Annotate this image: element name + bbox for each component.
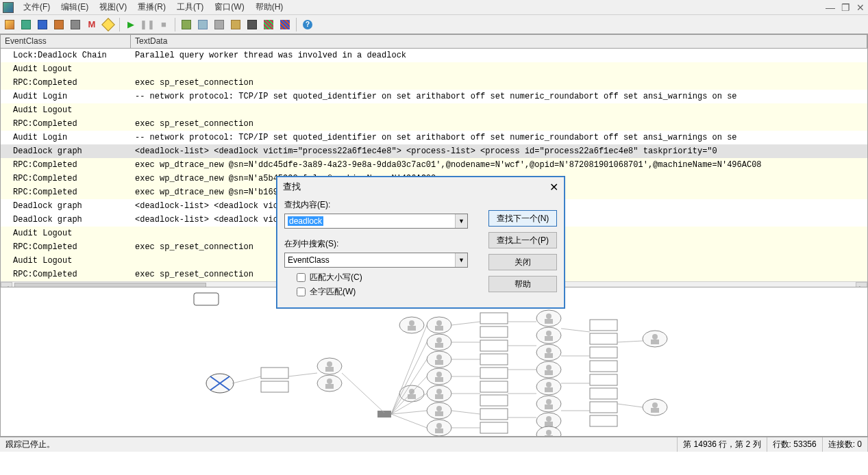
menubar: 文件(F) 编辑(E) 视图(V) 重播(R) 工具(T) 窗口(W) 帮助(H… [0,0,868,15]
column-label: 在列中搜索(S): [284,238,476,250]
svg-rect-8 [377,411,391,418]
menu-tools[interactable]: 工具(T) [171,0,209,14]
table-row[interactable]: RPC:Completedexec sp_reset_connection [1,117,867,131]
menu-view[interactable]: 视图(V) [94,0,132,14]
cell-eventclass: Deadlock graph [1,214,131,225]
table-row[interactable]: Audit Logout [1,62,867,76]
tb-icon-5[interactable] [245,18,259,31]
separator [175,18,175,31]
cell-textdata: exec sp_reset_connection [131,118,867,129]
whole-word-checkbox[interactable] [297,287,306,296]
cell-eventclass: RPC:Completed [1,118,131,129]
cell-textdata: -- network protocol: TCP/IP set quoted_i… [131,132,867,143]
svg-line-36 [617,404,643,407]
svg-line-31 [561,329,590,332]
cell-eventclass: Deadlock graph [1,201,131,211]
tb-folder-icon[interactable] [52,18,66,31]
dropdown-icon[interactable]: ▼ [455,253,467,267]
cell-textdata: -- network protocol: TCP/IP set quoted_i… [131,91,867,102]
match-case-checkbox[interactable] [297,273,306,282]
scroll-left-icon[interactable]: ◄ [1,282,12,287]
tb-play-icon[interactable]: ▶ [124,18,138,31]
cell-eventclass: RPC:Completed [1,242,131,253]
table-row[interactable]: Deadlock graph<deadlock-list> <deadlock … [1,144,867,158]
close-button[interactable]: 关闭 [488,254,557,270]
cell-eventclass: RPC:Completed [1,77,131,88]
cell-eventclass: RPC:Completed [1,187,131,198]
tb-new-icon[interactable] [3,18,16,31]
tb-icon-4[interactable] [229,18,243,31]
status-conn: 连接数: 0 [823,437,868,452]
cell-eventclass: RPC:Completed [1,269,131,280]
grid-header: EventClass TextData [1,35,867,49]
svg-line-13 [391,342,427,414]
find-dialog: 查找 ✕ 查找内容(E): deadlock ▼ 在列中搜索(S): Event… [277,177,565,308]
tb-highlight-icon[interactable] [101,18,115,31]
match-case-label: 匹配大小写(C) [310,272,362,283]
tb-filter-icon[interactable]: M [85,18,99,31]
whole-word-label: 全字匹配(W) [310,286,356,298]
statusbar: 跟踪已停止。 第 14936 行，第 2 列 行数: 53356 连接数: 0 [0,437,868,452]
tb-icon-7[interactable] [278,18,292,31]
menu-file[interactable]: 文件(F) [18,0,55,14]
cell-eventclass: Deadlock graph [1,146,131,157]
match-case-check[interactable]: 匹配大小写(C) [297,272,476,283]
column-select[interactable]: EventClass ▼ [284,253,468,268]
minimize-icon[interactable]: — [823,1,838,14]
column-value: EventClass [288,255,330,265]
tb-props-icon[interactable] [69,18,82,31]
tb-open-icon[interactable] [19,18,33,31]
dialog-title: 查找 [283,181,301,193]
find-input[interactable]: deadlock ▼ [284,214,468,229]
find-next-button[interactable]: 查找下一个(N) [488,210,557,227]
svg-line-11 [342,373,384,413]
cell-textdata: <deadlock-list> <deadlock victim="proces… [131,146,867,157]
tb-icon-3[interactable] [212,18,226,31]
svg-line-24 [451,411,480,414]
cell-eventclass: Lock:Deadlock Chain [1,50,131,61]
app-icon [3,2,14,13]
deadlock-diagram[interactable] [0,287,868,437]
table-row[interactable]: RPC:Completedexec sp_reset_connection [1,76,867,90]
table-row[interactable]: Lock:Deadlock ChainParallel query worker… [1,49,867,62]
find-prev-button[interactable]: 查找上一个(P) [488,232,557,248]
svg-line-9 [232,376,261,383]
tb-help-icon[interactable]: ? [301,18,314,31]
tb-icon-1[interactable] [179,18,193,31]
table-row[interactable]: Audit Login-- network protocol: TCP/IP s… [1,131,867,144]
svg-rect-4 [194,293,219,305]
whole-word-check[interactable]: 全字匹配(W) [297,286,476,298]
separator [296,18,297,31]
separator [119,18,120,31]
dialog-close-icon[interactable]: ✕ [549,181,558,194]
tb-save-icon[interactable] [36,18,49,31]
menu-edit[interactable]: 编辑(E) [55,0,94,14]
tb-pause-icon[interactable]: ❚❚ [140,18,154,31]
help-button[interactable]: 帮助 [488,276,557,292]
table-row[interactable]: Audit Logout [1,103,867,117]
scroll-right-icon[interactable]: ► [856,282,867,287]
dialog-title-bar[interactable]: 查找 ✕ [277,177,564,196]
svg-line-35 [617,341,643,342]
table-row[interactable]: RPC:Completedexec wp_dtrace_new @sn=N'dd… [1,158,867,172]
close-icon[interactable]: ✕ [853,1,868,14]
cell-eventclass: RPC:Completed [1,173,131,184]
scroll-thumb[interactable] [14,283,206,287]
menu-window[interactable]: 窗口(W) [209,0,249,14]
cell-textdata: exec wp_dtrace_new @sn=N'ddc45dfe-3a89-4… [131,159,867,170]
menu-replay[interactable]: 重播(R) [132,0,171,14]
tb-icon-6[interactable] [262,18,275,31]
dropdown-icon[interactable]: ▼ [455,214,467,228]
cell-eventclass: Audit Logout [1,255,131,266]
table-row[interactable]: Audit Login-- network protocol: TCP/IP s… [1,90,867,103]
restore-icon[interactable]: ❐ [838,1,853,14]
status-pos: 第 14936 行，第 2 列 [678,437,767,452]
menu-help[interactable]: 帮助(H) [250,0,289,14]
cell-textdata [131,68,867,70]
col-eventclass[interactable]: EventClass [1,35,131,48]
svg-line-18 [391,414,427,428]
tb-icon-2[interactable] [196,18,210,31]
col-textdata[interactable]: TextData [131,35,867,48]
tb-stop-icon[interactable]: ■ [157,18,171,31]
cell-eventclass: RPC:Completed [1,159,131,170]
